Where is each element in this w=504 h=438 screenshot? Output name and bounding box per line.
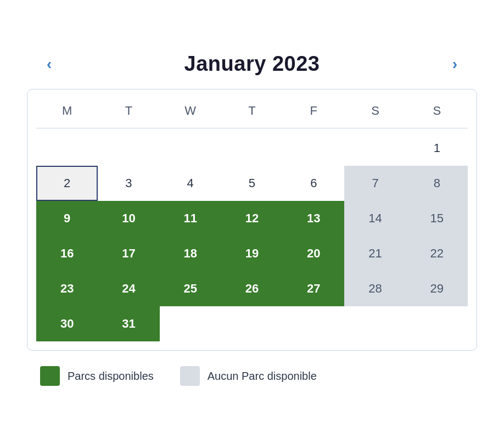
- calendar-day-12[interactable]: 12: [221, 201, 283, 236]
- calendar-day-15[interactable]: 15: [406, 201, 468, 236]
- next-month-button[interactable]: ›: [444, 51, 466, 77]
- day-header-s: S: [344, 98, 406, 123]
- day-header-t: T: [221, 98, 283, 123]
- available-label: Parcs disponibles: [68, 370, 154, 383]
- available-swatch: [40, 366, 60, 386]
- legend-unavailable: Aucun Parc disponible: [180, 366, 317, 386]
- calendar-header: ‹ January 2023 ›: [27, 52, 477, 76]
- calendar-day-5[interactable]: 5: [221, 166, 283, 201]
- header-divider: [36, 128, 468, 128]
- calendar-title: January 2023: [184, 52, 320, 76]
- calendar-empty: [221, 131, 283, 166]
- calendar-container: ‹ January 2023 › MTWTFSS 123456789101112…: [16, 41, 488, 397]
- calendar-day-19[interactable]: 19: [221, 236, 283, 271]
- calendar-day-1[interactable]: 1: [406, 131, 468, 166]
- day-header-f: F: [283, 98, 344, 123]
- unavailable-label: Aucun Parc disponible: [208, 370, 317, 383]
- calendar-day-16[interactable]: 16: [36, 236, 98, 271]
- calendar-day-21[interactable]: 21: [344, 236, 406, 271]
- day-header-m: M: [36, 98, 98, 123]
- unavailable-swatch: [180, 366, 200, 386]
- calendar-day-27[interactable]: 27: [283, 271, 344, 306]
- calendar-empty: [160, 131, 221, 166]
- day-header-s: S: [406, 98, 468, 123]
- calendar-empty: [406, 306, 468, 341]
- calendar-empty: [98, 131, 159, 166]
- calendar-empty: [160, 306, 221, 341]
- calendar-day-28[interactable]: 28: [344, 271, 406, 306]
- calendar-day-24[interactable]: 24: [98, 271, 159, 306]
- calendar-grid: 1234567891011121314151617181920212223242…: [36, 131, 468, 341]
- calendar-day-8[interactable]: 8: [406, 166, 468, 201]
- calendar-day-14[interactable]: 14: [344, 201, 406, 236]
- calendar-day-3[interactable]: 3: [98, 166, 159, 201]
- calendar-empty: [344, 306, 406, 341]
- calendar-day-13[interactable]: 13: [283, 201, 344, 236]
- legend: Parcs disponibles Aucun Parc disponible: [27, 366, 477, 386]
- calendar-day-23[interactable]: 23: [36, 271, 98, 306]
- calendar-day-30[interactable]: 30: [36, 306, 98, 341]
- day-header-t: T: [98, 98, 159, 123]
- calendar-day-7[interactable]: 7: [344, 166, 406, 201]
- calendar-day-17[interactable]: 17: [98, 236, 159, 271]
- calendar-day-11[interactable]: 11: [160, 201, 221, 236]
- calendar-empty: [36, 131, 98, 166]
- calendar-empty: [283, 131, 344, 166]
- day-headers: MTWTFSS: [36, 98, 468, 123]
- calendar-day-10[interactable]: 10: [98, 201, 159, 236]
- calendar-empty: [344, 131, 406, 166]
- calendar-day-4[interactable]: 4: [160, 166, 221, 201]
- calendar-day-6[interactable]: 6: [283, 166, 344, 201]
- calendar-day-18[interactable]: 18: [160, 236, 221, 271]
- calendar-day-26[interactable]: 26: [221, 271, 283, 306]
- calendar-grid-container: MTWTFSS 12345678910111213141516171819202…: [27, 89, 477, 351]
- calendar-empty: [221, 306, 283, 341]
- calendar-day-2[interactable]: 2: [36, 166, 98, 201]
- prev-month-button[interactable]: ‹: [38, 51, 60, 77]
- calendar-day-29[interactable]: 29: [406, 271, 468, 306]
- calendar-empty: [283, 306, 344, 341]
- day-header-w: W: [160, 98, 221, 123]
- legend-available: Parcs disponibles: [40, 366, 154, 386]
- calendar-day-9[interactable]: 9: [36, 201, 98, 236]
- calendar-day-20[interactable]: 20: [283, 236, 344, 271]
- calendar-day-25[interactable]: 25: [160, 271, 221, 306]
- calendar-day-22[interactable]: 22: [406, 236, 468, 271]
- calendar-day-31[interactable]: 31: [98, 306, 159, 341]
